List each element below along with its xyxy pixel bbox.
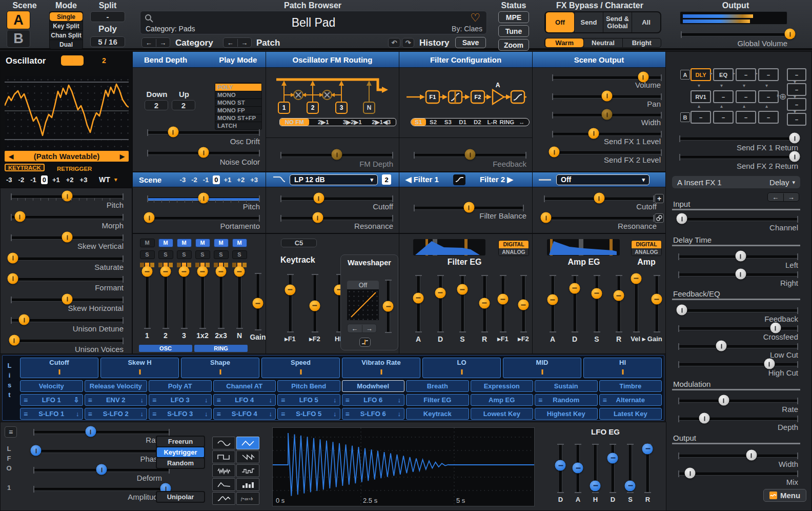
eg-slider[interactable] xyxy=(614,275,624,332)
osc-octave-option[interactable]: +1 xyxy=(51,175,62,184)
mod-slot-cell[interactable]: ≡ ENV 2 ↓ xyxy=(85,394,148,406)
mod-slot-cell[interactable]: ≡ LFO 6 ↓ xyxy=(342,394,405,406)
mod-target-cell[interactable]: Speed xyxy=(261,358,340,378)
poly-value[interactable]: 5 / 16 xyxy=(90,36,125,47)
analog-option[interactable]: ANALOG xyxy=(632,248,661,256)
slot-menu-icon[interactable]: ≡ xyxy=(24,396,28,404)
fx-bypass-option[interactable]: Off xyxy=(545,12,574,32)
wavetable-prev-icon[interactable]: ◀ xyxy=(5,153,17,160)
filter-config-option[interactable]: S3 xyxy=(441,119,456,126)
lfo-eg-slider[interactable] xyxy=(590,444,601,493)
solo-button[interactable]: S xyxy=(214,250,229,259)
mod-list-rail[interactable]: List xyxy=(6,362,13,415)
status-button[interactable]: Tune xyxy=(498,25,529,37)
keytrack-root-note[interactable]: C5 xyxy=(281,239,317,247)
lfo-param-slider[interactable] xyxy=(33,483,170,494)
fx-prev-icon[interactable]: ← xyxy=(768,193,784,201)
scene-octave-option[interactable]: -3 xyxy=(178,175,188,184)
slot-arrow-icon[interactable]: ↓ xyxy=(205,410,208,418)
lfo-shape-cell[interactable] xyxy=(212,464,235,477)
eg-slider[interactable] xyxy=(570,275,580,332)
mute-button[interactable]: M xyxy=(158,239,173,247)
mod-target-cell[interactable]: Vibrato Rate xyxy=(342,358,420,378)
slot-arrow-icon[interactable]: ↓ xyxy=(398,396,401,404)
fx-slot[interactable]: – xyxy=(787,113,806,126)
solo-button[interactable]: S xyxy=(140,250,155,259)
solo-button[interactable]: S xyxy=(232,250,247,259)
fx-bypass-option[interactable]: All xyxy=(632,12,660,32)
lfo-trigger-keytrigger[interactable]: Keytrigger xyxy=(156,446,205,458)
filter-config-option[interactable]: D2 xyxy=(470,119,485,126)
scene-octave-option[interactable]: +2 xyxy=(235,175,246,184)
mode-option[interactable]: Dual xyxy=(50,40,83,49)
mod-source-cell[interactable]: Timbre xyxy=(599,380,662,392)
filter1-type-dropdown[interactable]: LP 12 dB▾ xyxy=(290,174,378,185)
lfo-eg-slider[interactable] xyxy=(573,444,583,493)
mod-target-cell[interactable]: Skew H xyxy=(100,358,179,378)
osc-param-slider[interactable] xyxy=(11,315,124,325)
status-button[interactable]: Zoom xyxy=(498,39,529,51)
filter-balance-slider[interactable] xyxy=(414,202,524,212)
mod-slot-cell[interactable]: ≡ Keytrack xyxy=(406,408,469,420)
slot-menu-icon[interactable]: ≡ xyxy=(603,396,607,404)
amp-out-slider[interactable] xyxy=(631,275,642,332)
waveshaper-next-icon[interactable]: → xyxy=(362,325,377,332)
fx-slot[interactable]: – xyxy=(787,68,806,81)
mute-button[interactable]: M xyxy=(140,239,155,247)
lfo-shape-cell[interactable] xyxy=(236,450,259,463)
lfo-param-slider[interactable] xyxy=(33,464,170,475)
fx-slot[interactable]: – xyxy=(758,68,779,81)
osc-group-tag[interactable]: OSC xyxy=(139,345,192,352)
filter-config-option[interactable]: L-R xyxy=(485,119,500,126)
fm-mode-option[interactable]: 2▶1 xyxy=(309,119,338,126)
character-option[interactable]: Bright xyxy=(622,38,661,47)
send-fx1-return-slider[interactable] xyxy=(679,133,798,143)
filter-config-diagram[interactable]: F1 F2 A xyxy=(405,76,526,113)
osc-param-slider[interactable] xyxy=(11,232,124,242)
fx-slot[interactable]: – xyxy=(713,90,734,103)
character-option[interactable]: Warm xyxy=(545,38,583,47)
fx-slot[interactable]: – xyxy=(736,111,756,124)
fx-slot[interactable]: – xyxy=(736,90,756,103)
eg-slider[interactable] xyxy=(457,275,468,332)
analog-option[interactable]: ANALOG xyxy=(499,248,529,256)
mod-slot-cell[interactable]: ≡ LFO 4 ↓ xyxy=(213,394,276,406)
status-button[interactable]: MPE xyxy=(498,11,529,23)
eg-send-slider[interactable] xyxy=(518,275,529,332)
patch-browser-box[interactable]: Category: Pads Bell Pad ♡ By: Claes xyxy=(140,11,487,34)
fx-param-slider-right[interactable] xyxy=(678,269,798,279)
slot-arrow-icon[interactable]: ↓ xyxy=(269,396,273,404)
scene-octave-option[interactable]: +3 xyxy=(249,175,259,184)
slot-menu-icon[interactable]: ≡ xyxy=(346,396,350,404)
menu-button[interactable]: Menu xyxy=(763,489,806,502)
slot-menu-icon[interactable]: ≡ xyxy=(217,396,221,404)
eg-slider[interactable] xyxy=(547,275,558,332)
slot-arrow-icon[interactable]: ↓ xyxy=(205,396,208,404)
mod-source-cell[interactable]: Release Velocity xyxy=(85,380,148,392)
filter2-cutoff-slider[interactable] xyxy=(544,193,654,203)
osc-octave-option[interactable]: +3 xyxy=(78,175,89,184)
lfo-shape-cell[interactable] xyxy=(212,450,235,463)
osc-octave-option[interactable]: +2 xyxy=(65,175,75,184)
fx-param-slider-lowcut[interactable] xyxy=(678,341,798,351)
osc-octave-option[interactable]: 0 xyxy=(41,175,48,184)
scene-pitch-slider[interactable] xyxy=(147,193,260,203)
channel-level-slider[interactable] xyxy=(197,271,208,329)
favorite-heart-icon[interactable]: ♡ xyxy=(470,11,480,25)
ring-group-tag[interactable]: RING xyxy=(194,345,248,352)
solo-button[interactable]: S xyxy=(195,250,210,259)
slot-arrow-icon[interactable]: ↓ xyxy=(140,410,144,418)
fm-routing-diagram[interactable]: 1 2 3 N xyxy=(272,73,393,116)
fx-param-slider-depth[interactable] xyxy=(678,413,798,423)
osc-drift-slider[interactable] xyxy=(147,127,260,137)
keytrack-slider[interactable] xyxy=(285,274,296,332)
lfo-shape-cell[interactable] xyxy=(212,437,235,449)
waveshaper-type-dropdown[interactable]: Off xyxy=(347,281,379,289)
slot-arrow-icon[interactable]: ↓ xyxy=(398,410,401,418)
slot-menu-icon[interactable]: ≡ xyxy=(217,410,221,418)
lfo-unipolar-toggle[interactable]: Unipolar xyxy=(156,491,205,503)
slot-arrow-icon[interactable]: ↓ xyxy=(333,410,337,418)
patch-name[interactable]: Bell Pad xyxy=(140,16,486,30)
filter-config-option[interactable]: D1 xyxy=(455,119,470,126)
filter-config-option[interactable]: S1 xyxy=(411,119,426,126)
